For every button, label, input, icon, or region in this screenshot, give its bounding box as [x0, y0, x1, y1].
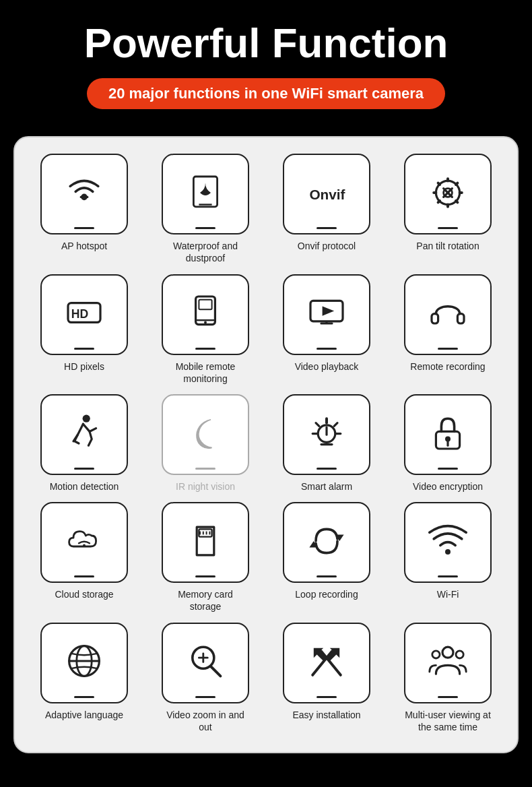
- feature-label-memory-card: Memory card storage: [162, 588, 249, 612]
- sd-card-icon: [184, 510, 227, 571]
- feature-label-adaptive-lang: Adaptive language: [45, 709, 123, 721]
- header: Powerful Function 20 major functions in …: [0, 0, 532, 123]
- features-grid: AP hotspot Waterproof and dustproof Onvi…: [27, 154, 505, 733]
- gear-x-icon: [426, 162, 469, 223]
- feature-label-loop-recording: Loop recording: [295, 588, 358, 600]
- feature-item-onvif: Onvif Onvif protocol: [269, 154, 384, 264]
- svg-line-31: [316, 423, 319, 427]
- svg-text:HD: HD: [71, 307, 88, 321]
- feature-item-remote-recording: Remote recording: [391, 274, 505, 385]
- icon-box-video-zoom: [162, 623, 249, 703]
- icon-box-video-encryption: [404, 394, 492, 475]
- svg-point-28: [83, 415, 90, 422]
- feature-item-hd-pixels: HD HD pixels: [27, 274, 141, 385]
- icon-box-mobile-remote: [162, 274, 249, 355]
- padlock-icon: [426, 402, 469, 464]
- svg-line-12: [438, 183, 440, 184]
- wifi-icon: [426, 510, 469, 571]
- play-monitor-icon: [305, 282, 348, 344]
- feature-label-video-zoom: Video zoom in and out: [162, 709, 249, 733]
- subtitle-badge: 20 major functions in one WiFi smart cam…: [87, 78, 445, 109]
- wifi-broadcast-icon: [63, 162, 106, 223]
- onvif-text-icon: Onvif: [305, 162, 348, 223]
- svg-rect-26: [432, 314, 438, 323]
- icon-bar: [195, 227, 215, 229]
- icon-bar: [195, 468, 215, 470]
- feature-label-cloud-storage: Cloud storage: [55, 588, 113, 600]
- icon-box-ap-hotspot: [40, 154, 128, 234]
- svg-line-32: [334, 423, 337, 427]
- water-drop-icon: [184, 162, 227, 223]
- icon-bar: [74, 468, 94, 470]
- icon-box-cloud-storage: [40, 502, 128, 583]
- icon-bar: [195, 696, 215, 698]
- icon-bar: [317, 575, 337, 577]
- feature-label-pan-tilt: Pan tilt rotation: [416, 240, 479, 252]
- icon-bar: [438, 575, 458, 577]
- svg-marker-23: [323, 306, 335, 315]
- features-card: AP hotspot Waterproof and dustproof Onvi…: [13, 136, 519, 753]
- svg-line-10: [456, 183, 457, 184]
- feature-label-multi-user: Multi-user viewing at the same time: [404, 709, 492, 733]
- svg-point-40: [83, 544, 86, 546]
- icon-box-hd-pixels: HD: [40, 274, 128, 355]
- feature-item-video-encryption: Video encryption: [391, 394, 505, 493]
- feature-label-onvif: Onvif protocol: [298, 240, 356, 252]
- cloud-wifi-icon: [63, 510, 106, 571]
- tablet-icon: [184, 282, 227, 344]
- icon-bar: [317, 348, 337, 350]
- main-title: Powerful Function: [13, 20, 519, 66]
- svg-point-48: [445, 549, 451, 555]
- icon-bar: [74, 348, 94, 350]
- icon-box-adaptive-lang: [40, 623, 128, 703]
- feature-item-video-zoom: Video zoom in and out: [148, 623, 263, 733]
- feature-item-loop-recording: Loop recording: [269, 502, 384, 612]
- feature-label-mobile-remote: Mobile remote monitoring: [162, 360, 249, 385]
- icon-bar: [74, 227, 94, 229]
- icon-bar: [438, 348, 458, 350]
- icon-bar: [438, 227, 458, 229]
- feature-label-hd-pixels: HD pixels: [64, 360, 104, 373]
- svg-point-59: [432, 651, 440, 658]
- feature-label-remote-recording: Remote recording: [410, 360, 485, 373]
- feature-item-ap-hotspot: AP hotspot: [27, 154, 141, 264]
- running-man-icon: [63, 402, 106, 464]
- icon-box-ir-night: [162, 394, 249, 475]
- icon-box-remote-recording: [404, 274, 492, 355]
- feature-item-waterproof: Waterproof and dustproof: [148, 154, 263, 264]
- icon-box-onvif: Onvif: [283, 154, 370, 234]
- feature-label-ir-night: IR night vision: [176, 480, 235, 493]
- feature-item-motion-detection: Motion detection: [27, 394, 141, 493]
- loop-arrow-icon: [305, 510, 348, 571]
- feature-label-waterproof: Waterproof and dustproof: [162, 240, 249, 264]
- icon-bar: [317, 696, 337, 698]
- feature-label-easy-install: Easy installation: [292, 709, 360, 721]
- icon-box-waterproof: [162, 154, 249, 234]
- icon-bar: [317, 227, 337, 229]
- multi-user-icon: [426, 631, 469, 692]
- icon-box-motion-detection: [40, 394, 128, 475]
- feature-item-video-playback: Video playback: [269, 274, 384, 385]
- svg-text:Onvif: Onvif: [309, 186, 345, 201]
- icon-box-easy-install: [283, 623, 370, 703]
- svg-rect-21: [199, 300, 211, 309]
- headphones-icon: [426, 282, 469, 344]
- icon-box-memory-card: [162, 502, 249, 583]
- icon-bar: [438, 696, 458, 698]
- zoom-search-icon: [184, 631, 227, 692]
- feature-label-video-playback: Video playback: [295, 360, 359, 373]
- icon-box-video-playback: [283, 274, 370, 355]
- svg-point-20: [204, 321, 207, 323]
- feature-item-cloud-storage: Cloud storage: [27, 502, 141, 612]
- feature-label-motion-detection: Motion detection: [50, 480, 119, 493]
- svg-point-60: [456, 651, 463, 658]
- alarm-light-icon: [305, 402, 348, 464]
- feature-item-adaptive-lang: Adaptive language: [27, 623, 141, 733]
- feature-item-pan-tilt: Pan tilt rotation: [391, 154, 505, 264]
- icon-bar: [74, 696, 94, 698]
- globe-icon: [63, 631, 106, 692]
- icon-box-loop-recording: [283, 502, 370, 583]
- icon-bar: [317, 468, 337, 470]
- feature-label-smart-alarm: Smart alarm: [301, 480, 352, 493]
- feature-label-ap-hotspot: AP hotspot: [61, 240, 107, 252]
